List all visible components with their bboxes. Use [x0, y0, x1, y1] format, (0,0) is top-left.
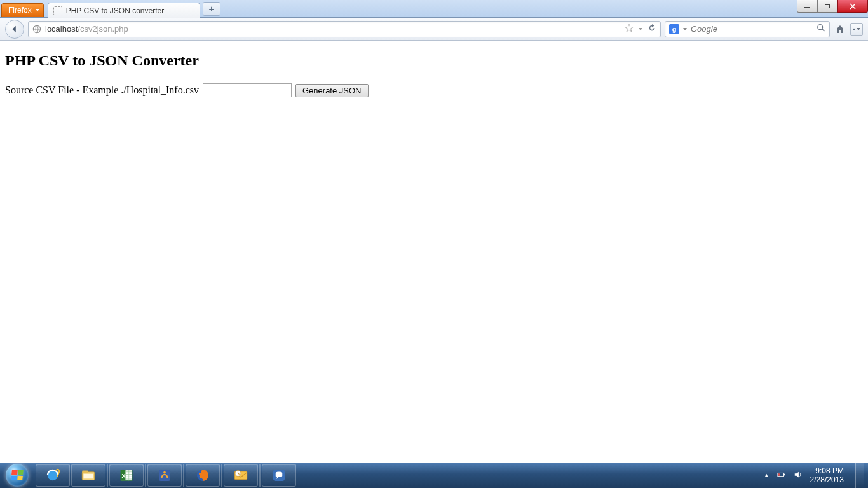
taskbar-divider — [145, 464, 146, 487]
tray-date: 2/28/2013 — [810, 475, 844, 484]
bookmark-star-icon[interactable] — [625, 24, 634, 35]
taskbar-item-excel[interactable]: X — [109, 464, 144, 487]
arrow-left-icon — [10, 25, 19, 34]
chevron-down-icon — [857, 28, 860, 30]
taskbar-item-outlook[interactable] — [224, 464, 258, 487]
url-host: localhost — [45, 24, 78, 34]
window-controls — [797, 0, 868, 13]
search-input[interactable] — [691, 24, 813, 34]
url-text: localhost/csv2json.php — [45, 24, 621, 34]
firefox-menu-button[interactable]: Firefox — [1, 3, 44, 17]
taskbar-item-firefox[interactable] — [186, 464, 220, 487]
taskbar-item-app1[interactable] — [147, 464, 182, 487]
back-button[interactable] — [5, 20, 24, 39]
csv-path-input[interactable] — [203, 83, 292, 97]
firefox-menu-label: Firefox — [8, 6, 32, 15]
search-bar[interactable]: g — [665, 21, 830, 37]
generate-json-button[interactable]: Generate JSON — [295, 84, 369, 97]
svg-point-10 — [163, 471, 166, 474]
window-maximize-button[interactable] — [817, 0, 837, 13]
form-label: Source CSV File - Example ./Hospital_Inf… — [5, 85, 199, 96]
tray-volume-icon[interactable] — [794, 470, 803, 481]
url-path: /csv2json.php — [78, 24, 128, 34]
tray-time: 9:08 PM — [810, 466, 844, 475]
globe-icon — [32, 25, 41, 34]
show-desktop-button[interactable] — [855, 463, 864, 488]
chevron-down-icon[interactable] — [639, 28, 642, 30]
tray-battery-icon[interactable] — [777, 470, 786, 481]
window-close-button[interactable] — [837, 0, 868, 13]
search-engine-icon: g — [669, 24, 679, 34]
browser-tab-active[interactable]: PHP CSV to JSON converter — [48, 3, 200, 18]
tab-title: PHP CSV to JSON converter — [66, 6, 165, 15]
svg-text:X: X — [122, 473, 126, 479]
windows-logo-icon — [6, 464, 29, 487]
browser-navbar: localhost/csv2json.php g — [0, 18, 868, 41]
tray-clock[interactable]: 9:08 PM 2/28/2013 — [810, 466, 844, 484]
system-tray: ▲ 9:08 PM 2/28/2013 — [764, 463, 865, 488]
svg-rect-17 — [778, 473, 780, 476]
new-tab-button[interactable]: + — [203, 2, 220, 16]
tray-show-hidden-icon[interactable]: ▲ — [764, 472, 770, 478]
taskbar-divider — [259, 464, 261, 487]
chevron-down-icon[interactable] — [683, 28, 687, 30]
taskbar-divider — [183, 464, 184, 487]
chevron-down-icon — [36, 9, 39, 11]
tab-favicon-icon — [53, 6, 62, 15]
taskbar-divider — [107, 464, 108, 487]
svg-rect-5 — [84, 474, 93, 479]
home-button[interactable] — [834, 23, 846, 36]
svg-rect-16 — [783, 473, 785, 475]
csv-form: Source CSV File - Example ./Hospital_Inf… — [5, 83, 863, 97]
page-content: PHP CSV to JSON Converter Source CSV Fil… — [0, 41, 868, 463]
svg-point-1 — [818, 24, 823, 29]
windows-taskbar: X ▲ 9:08 PM 2/28/2013 — [0, 463, 868, 488]
taskbar-divider — [221, 464, 222, 487]
search-submit-button[interactable] — [817, 24, 825, 35]
taskbar-items: X — [36, 464, 296, 487]
window-minimize-button[interactable] — [797, 0, 817, 13]
taskbar-item-chat[interactable] — [262, 464, 296, 487]
svg-rect-4 — [82, 471, 88, 473]
plus-icon: + — [209, 4, 214, 14]
taskbar-item-ie[interactable] — [36, 464, 70, 487]
url-bar[interactable]: localhost/csv2json.php — [28, 21, 661, 37]
taskbar-item-explorer[interactable] — [71, 464, 105, 487]
page-heading: PHP CSV to JSON Converter — [5, 52, 863, 69]
bookmarks-menu-button[interactable] — [850, 23, 863, 36]
browser-tabstrip: Firefox PHP CSV to JSON converter + — [0, 0, 868, 18]
start-button[interactable] — [3, 463, 32, 488]
reload-button[interactable] — [648, 24, 656, 35]
